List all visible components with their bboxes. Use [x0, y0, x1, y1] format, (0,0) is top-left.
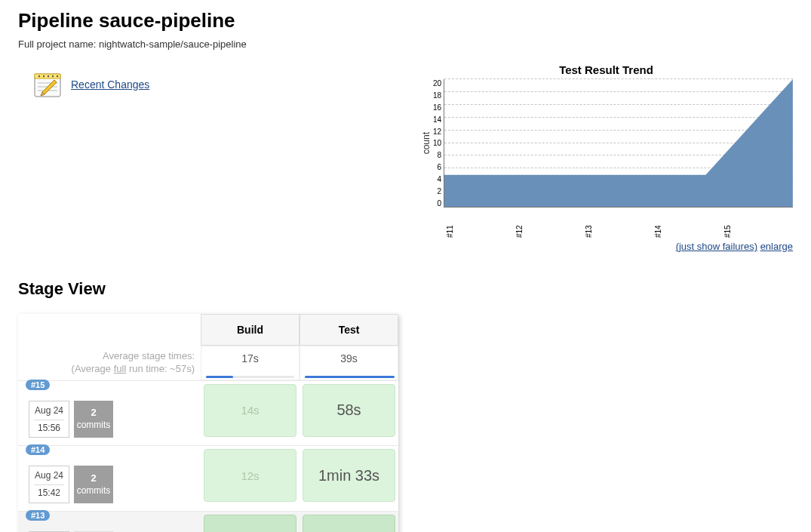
stage-cell-test[interactable]: 58s: [303, 384, 395, 437]
commits-count[interactable]: 2commits: [74, 466, 113, 503]
avg-test-time: 39s: [300, 346, 398, 380]
stage-view-table: Build Test Average stage times: (Average…: [18, 314, 398, 532]
build-row[interactable]: #14 Aug 2415:42 2commits 12s 1min 33s: [18, 445, 398, 511]
build-row[interactable]: #15 Aug 2415:56 2commits 14s 58s: [18, 380, 398, 446]
svg-marker-12: [444, 79, 793, 207]
svg-point-5: [52, 75, 54, 77]
build-number-badge[interactable]: #14: [26, 444, 50, 455]
build-row[interactable]: #13 Aug 2415:41 NoChanges 12s 32s: [18, 511, 398, 532]
stage-cell-test[interactable]: 32s: [303, 515, 395, 532]
build-date: Aug 2415:42: [29, 466, 69, 503]
stage-cell-build[interactable]: 12s: [204, 449, 296, 502]
test-result-chart: count 20181614121086420: [419, 79, 793, 223]
build-number-badge[interactable]: #15: [26, 380, 50, 390]
stage-view-heading: Stage View: [18, 279, 793, 299]
chart-ylabel: count: [419, 132, 433, 154]
stage-column-build: Build: [201, 314, 300, 346]
svg-point-2: [38, 75, 40, 77]
svg-point-4: [48, 75, 49, 77]
stage-cell-test[interactable]: 1min 33s: [303, 449, 395, 502]
just-show-failures-link[interactable]: (just show failures): [676, 241, 757, 252]
avg-stage-times-label: Average stage times: (Average full run t…: [18, 346, 201, 380]
stage-cell-build[interactable]: 12s: [204, 515, 296, 532]
page-title: Pipeline sauce-pipeline: [18, 9, 793, 32]
enlarge-chart-link[interactable]: enlarge: [760, 241, 793, 252]
notepad-icon: [32, 69, 63, 100]
chart-title: Test Result Trend: [419, 63, 793, 76]
stage-cell-build[interactable]: 14s: [204, 384, 296, 437]
build-date: Aug 2415:56: [29, 401, 69, 438]
avg-build-time: 17s: [201, 346, 300, 380]
svg-point-6: [57, 75, 58, 77]
recent-changes-link[interactable]: Recent Changes: [71, 78, 149, 91]
stage-column-test: Test: [300, 314, 398, 346]
build-number-badge[interactable]: #13: [26, 510, 50, 521]
commits-count[interactable]: 2commits: [74, 401, 113, 438]
svg-point-3: [43, 75, 45, 77]
project-full-name: Full project name: nightwatch-sample/sau…: [18, 38, 793, 50]
